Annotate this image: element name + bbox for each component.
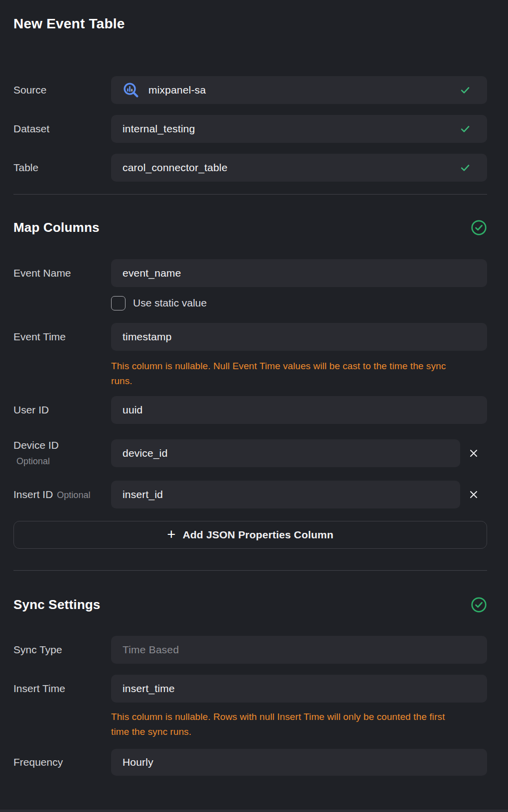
insert-id-label: Insert IDOptional (13, 488, 111, 502)
user-id-row: User ID uuid (13, 396, 487, 424)
bottom-edge (0, 810, 508, 812)
device-id-input[interactable]: device_id (111, 439, 460, 467)
device-id-row: Device ID Optional device_id (13, 439, 487, 468)
frequency-value: Hourly (123, 756, 153, 768)
table-row: Table carol_connector_table (13, 154, 487, 182)
add-json-properties-label: Add JSON Properties Column (183, 529, 334, 541)
user-id-value: uuid (123, 404, 143, 416)
dataset-row: Dataset internal_testing (13, 115, 487, 143)
insert-time-warning: This column is nullable. Rows with null … (111, 710, 487, 739)
device-id-value: device_id (123, 447, 168, 459)
static-value-checkbox[interactable] (111, 296, 126, 310)
sync-settings-complete-icon (471, 597, 487, 613)
event-time-input[interactable]: timestamp (111, 323, 487, 351)
event-time-value: timestamp (123, 331, 172, 343)
insert-id-optional-text: Optional (57, 490, 90, 500)
insert-time-warning-line: This column is nullable. Rows with null … (111, 710, 487, 724)
event-name-input[interactable]: event_name (111, 259, 487, 287)
dataset-value: internal_testing (123, 123, 195, 135)
section-divider (13, 194, 487, 195)
sync-type-row: Sync Type Time Based (13, 636, 487, 664)
static-value-label: Use static value (133, 297, 207, 309)
source-input[interactable]: mixpanel-sa (111, 76, 487, 104)
map-columns-complete-icon (471, 219, 487, 236)
map-columns-header: Map Columns (13, 219, 487, 236)
event-name-label: Event Name (13, 267, 111, 280)
insert-id-input[interactable]: insert_id (111, 481, 460, 508)
add-json-properties-button[interactable]: + Add JSON Properties Column (13, 521, 487, 549)
user-id-input[interactable]: uuid (111, 396, 487, 424)
page-title: New Event Table (13, 16, 487, 31)
insert-time-value: insert_time (123, 683, 175, 695)
insert-time-row: Insert Time insert_time (13, 675, 487, 703)
dataset-input[interactable]: internal_testing (111, 115, 487, 143)
device-id-label: Device ID Optional (13, 439, 111, 468)
sync-type-value: Time Based (123, 644, 179, 656)
insert-id-value: insert_id (123, 489, 163, 501)
source-value: mixpanel-sa (148, 84, 206, 96)
static-value-row: Use static value (111, 295, 487, 311)
table-input[interactable]: carol_connector_table (111, 154, 487, 182)
source-valid-check-icon (459, 84, 477, 96)
source-label: Source (13, 84, 111, 97)
event-time-warning-line: This column is nullable. Null Event Time… (111, 359, 487, 374)
event-time-warning: This column is nullable. Null Event Time… (111, 359, 487, 389)
section-divider (13, 570, 487, 571)
event-time-warning-line: runs. (111, 374, 487, 389)
event-name-row: Event Name event_name (13, 259, 487, 287)
dataset-valid-check-icon (459, 123, 477, 135)
sync-settings-heading: Sync Settings (13, 597, 101, 613)
map-columns-heading: Map Columns (13, 219, 100, 236)
plus-icon: + (167, 527, 176, 542)
dataset-label: Dataset (13, 122, 111, 135)
frequency-label: Frequency (13, 756, 111, 769)
frequency-input[interactable]: Hourly (111, 749, 487, 776)
user-id-label: User ID (13, 404, 111, 416)
event-time-label: Event Time (13, 330, 111, 343)
insert-time-warning-line: time the sync runs. (111, 724, 487, 739)
insert-time-input[interactable]: insert_time (111, 675, 487, 703)
table-valid-check-icon (459, 162, 477, 174)
device-id-label-text: Device ID (13, 439, 59, 451)
bigquery-icon (123, 82, 139, 99)
table-label: Table (13, 161, 111, 174)
insert-id-label-text: Insert ID (13, 489, 53, 500)
sync-type-label: Sync Type (13, 643, 111, 656)
event-name-value: event_name (123, 267, 181, 279)
insert-id-remove-button[interactable] (460, 481, 487, 508)
close-icon (469, 448, 479, 458)
frequency-row: Frequency Hourly (13, 749, 487, 776)
sync-settings-header: Sync Settings (13, 597, 487, 613)
table-value: carol_connector_table (123, 162, 228, 174)
device-id-remove-button[interactable] (460, 439, 487, 467)
device-id-optional-text: Optional (16, 455, 111, 468)
close-icon (469, 490, 479, 500)
insert-id-row: Insert IDOptional insert_id (13, 481, 487, 508)
source-row: Source mixpanel-sa (13, 76, 487, 104)
insert-time-label: Insert Time (13, 682, 111, 695)
event-time-row: Event Time timestamp (13, 323, 487, 351)
sync-type-input: Time Based (111, 636, 487, 664)
